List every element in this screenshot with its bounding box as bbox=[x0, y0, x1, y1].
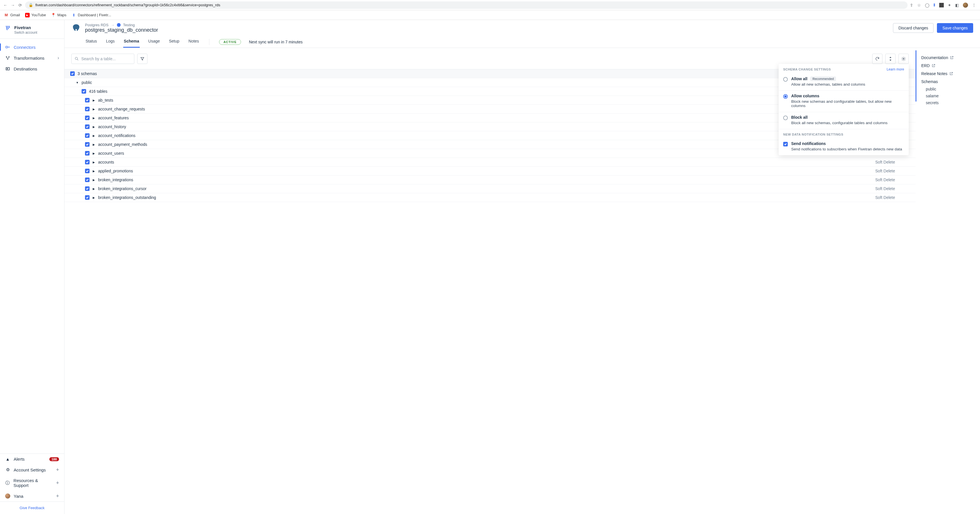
discard-button[interactable]: Discard changes bbox=[893, 23, 934, 33]
caret-right-icon[interactable]: ▶ bbox=[92, 178, 95, 182]
table-meta: Soft Delete bbox=[875, 160, 909, 164]
rp-documentation[interactable]: Documentation bbox=[921, 54, 974, 62]
sidebar-resources[interactable]: ⓘ Resources & Support + bbox=[0, 475, 64, 491]
checkbox-icon[interactable] bbox=[85, 142, 89, 147]
extension-square-icon[interactable] bbox=[939, 3, 944, 7]
search-input[interactable] bbox=[81, 56, 131, 61]
back-icon[interactable]: ← bbox=[3, 3, 8, 7]
window-icon[interactable]: ◧ bbox=[955, 3, 959, 7]
tab-status[interactable]: Status bbox=[85, 36, 97, 48]
learn-more-link[interactable]: Learn more bbox=[887, 67, 904, 71]
rp-release-notes[interactable]: Release Notes bbox=[921, 70, 974, 78]
tab-notes[interactable]: Notes bbox=[188, 36, 200, 48]
crumb-destination[interactable]: Testing bbox=[123, 23, 135, 27]
checkbox-icon[interactable] bbox=[85, 160, 89, 164]
caret-right-icon[interactable]: ▶ bbox=[92, 99, 95, 102]
caret-right-icon[interactable]: ▶ bbox=[92, 152, 95, 155]
option-notifications[interactable]: Send notifications Send notifications to… bbox=[779, 139, 909, 155]
caret-right-icon[interactable]: ▶ bbox=[92, 117, 95, 120]
checkbox-icon[interactable] bbox=[85, 125, 89, 129]
checkbox-icon[interactable] bbox=[85, 116, 89, 120]
switch-account[interactable]: Switch account bbox=[14, 30, 37, 35]
table-row[interactable]: ▶ broken_integrations_outstanding Soft D… bbox=[64, 193, 916, 202]
crumb-source[interactable]: Postgres RDS bbox=[85, 23, 108, 27]
checkbox-icon[interactable] bbox=[81, 89, 86, 94]
checkbox-icon[interactable] bbox=[85, 195, 89, 200]
bookmark-fivetran[interactable]: ⦀ Dashboard | Fivetr... bbox=[72, 13, 111, 18]
checkbox-icon[interactable] bbox=[85, 177, 89, 182]
resync-button[interactable] bbox=[872, 54, 883, 64]
caret-down-icon[interactable]: ▼ bbox=[76, 81, 79, 84]
caret-right-icon[interactable]: ▶ bbox=[92, 196, 95, 199]
sidebar-account-settings[interactable]: ⚙ Account Settings + bbox=[0, 465, 64, 475]
star-icon[interactable]: ☆ bbox=[917, 3, 921, 7]
share-icon[interactable]: ⇪ bbox=[910, 3, 913, 7]
rp-schemas[interactable]: Schemas bbox=[921, 78, 974, 86]
checkbox-icon[interactable] bbox=[85, 169, 89, 173]
rp-schema-salame[interactable]: salame bbox=[921, 93, 974, 99]
sidebar-bottom: ▲ Alerts 188 ⚙ Account Settings + ⓘ Reso… bbox=[0, 453, 64, 514]
puzzle-icon[interactable]: ✦ bbox=[948, 3, 951, 7]
nav-connectors[interactable]: Connectors bbox=[0, 42, 64, 53]
caret-right-icon[interactable]: ▶ bbox=[92, 134, 95, 137]
search-box[interactable] bbox=[71, 54, 134, 64]
rp-erd[interactable]: ERD bbox=[921, 62, 974, 70]
table-name: account_history bbox=[98, 125, 126, 129]
radio-icon[interactable] bbox=[783, 77, 788, 81]
fivetran-ext-icon[interactable]: ⦀ bbox=[934, 3, 935, 7]
checkbox-icon[interactable] bbox=[70, 71, 75, 76]
url-bar[interactable]: 🔒 fivetran.com/dashboard/connectors/refi… bbox=[25, 2, 908, 9]
table-row[interactable]: ▶ accounts Soft Delete bbox=[64, 158, 916, 167]
radio-selected-icon[interactable] bbox=[783, 94, 788, 99]
option-allow-all[interactable]: Allow all Recommended Allow all new sche… bbox=[779, 73, 909, 91]
bookmark-youtube[interactable]: ▶ YouTube bbox=[25, 13, 46, 18]
profile-avatar[interactable] bbox=[963, 3, 968, 8]
connector-header: Postgres RDS → Testing postgres_staging_… bbox=[64, 20, 980, 48]
rp-schema-secrets[interactable]: secrets bbox=[921, 99, 974, 106]
extension-icon[interactable]: ◯ bbox=[925, 3, 929, 7]
option-block-all[interactable]: Block all Block all new schemas, configu… bbox=[779, 112, 909, 129]
caret-right-icon[interactable]: ▶ bbox=[92, 161, 95, 164]
option-allow-columns[interactable]: Allow columns Block new schemas and conf… bbox=[779, 91, 909, 112]
checkbox-icon[interactable] bbox=[85, 133, 89, 138]
sidebar-header[interactable]: Fivetran Switch account bbox=[0, 20, 64, 39]
tab-logs[interactable]: Logs bbox=[105, 36, 115, 48]
table-row[interactable]: ▶ broken_integrations Soft Delete bbox=[64, 176, 916, 184]
reload-icon[interactable]: ⟳ bbox=[18, 3, 23, 7]
radio-icon[interactable] bbox=[783, 116, 788, 120]
table-row[interactable]: ▶ applied_promotions Soft Delete bbox=[64, 167, 916, 176]
popover-section-title-2: NEW DATA NOTIFICATION SETTINGS bbox=[779, 129, 909, 139]
sidebar-alerts[interactable]: ▲ Alerts 188 bbox=[0, 454, 64, 465]
filter-button[interactable] bbox=[137, 54, 148, 64]
caret-right-icon[interactable]: ▶ bbox=[92, 125, 95, 128]
nav-destinations[interactable]: Destinations bbox=[0, 63, 64, 74]
checkbox-icon[interactable] bbox=[85, 186, 89, 191]
nav-transformations[interactable]: Transformations › bbox=[0, 53, 64, 63]
tab-schema[interactable]: Schema bbox=[123, 36, 140, 48]
give-feedback[interactable]: Give Feedback bbox=[0, 501, 64, 514]
table-meta: Soft Delete bbox=[875, 177, 909, 182]
sidebar-user[interactable]: Yana + bbox=[0, 491, 64, 501]
caret-right-icon[interactable]: ▶ bbox=[92, 143, 95, 146]
settings-button[interactable] bbox=[899, 54, 909, 64]
checkbox-icon[interactable] bbox=[85, 98, 89, 102]
bookmark-gmail[interactable]: M Gmail bbox=[4, 13, 20, 18]
rp-schema-public[interactable]: public bbox=[921, 86, 974, 93]
checkbox-icon[interactable] bbox=[85, 151, 89, 156]
checkbox-checked-icon[interactable] bbox=[783, 142, 788, 147]
table-name: account_payment_methods bbox=[98, 142, 147, 147]
tab-usage[interactable]: Usage bbox=[148, 36, 160, 48]
caret-right-icon[interactable]: ▶ bbox=[92, 169, 95, 172]
more-icon[interactable]: ⋮ bbox=[972, 3, 976, 7]
caret-right-icon[interactable]: ▶ bbox=[92, 187, 95, 190]
collapse-button[interactable] bbox=[885, 54, 896, 64]
save-button[interactable]: Save changes bbox=[937, 23, 973, 33]
forward-icon[interactable]: → bbox=[10, 3, 15, 7]
schema-toolbar bbox=[64, 54, 916, 64]
table-row[interactable]: ▶ broken_integrations_cursor Soft Delete bbox=[64, 184, 916, 193]
bookmark-maps[interactable]: 📍 Maps bbox=[51, 13, 67, 18]
checkbox-icon[interactable] bbox=[85, 107, 89, 111]
tab-setup[interactable]: Setup bbox=[168, 36, 180, 48]
caret-right-icon[interactable]: ▶ bbox=[92, 108, 95, 111]
connectors-icon bbox=[5, 45, 10, 49]
